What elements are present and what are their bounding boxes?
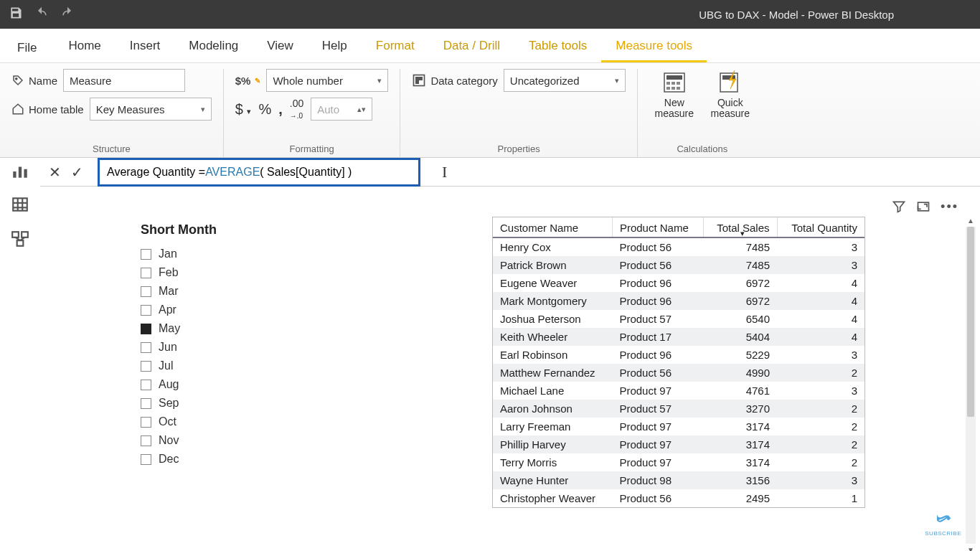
column-header[interactable]: Customer Name <box>493 217 612 237</box>
report-view-icon[interactable] <box>11 162 29 184</box>
tab-view[interactable]: View <box>253 30 308 62</box>
model-view-icon[interactable] <box>11 230 29 251</box>
svg-rect-17 <box>24 169 27 178</box>
checkbox-icon[interactable] <box>141 361 151 372</box>
tab-insert[interactable]: Insert <box>116 30 175 62</box>
commit-formula-icon[interactable]: ✓ <box>71 164 83 181</box>
measure-name-input[interactable] <box>63 69 185 92</box>
table-row[interactable]: Larry FreemanProduct 9731742 <box>493 418 864 435</box>
table-cell: 3156 <box>703 471 777 489</box>
percent-button[interactable]: % <box>258 101 271 118</box>
visual-header-icons: ••• <box>892 199 958 217</box>
scroll-up-icon[interactable]: ▲ <box>966 217 976 225</box>
slicer-short-month[interactable]: Short Month JanFebMarAprMayJunJulAugSepO… <box>141 222 284 468</box>
tab-home[interactable]: Home <box>54 30 115 62</box>
redo-icon[interactable] <box>60 6 75 23</box>
slicer-option[interactable]: Aug <box>141 375 284 394</box>
checkbox-icon[interactable] <box>141 268 151 278</box>
table-row[interactable]: Phillip HarveyProduct 9731742 <box>493 435 864 453</box>
svg-rect-6 <box>666 75 682 80</box>
data-view-icon[interactable] <box>11 195 29 217</box>
checkbox-icon[interactable] <box>141 380 151 390</box>
checkbox-icon[interactable] <box>141 286 151 297</box>
table-row[interactable]: Eugene WeaverProduct 9669724 <box>493 274 864 292</box>
name-label: Name <box>11 74 57 87</box>
decimal-button[interactable]: .00→.0 <box>290 98 303 121</box>
home-table-select[interactable]: Key Measures▾ <box>90 98 212 121</box>
file-tab[interactable]: File <box>0 32 54 62</box>
table-cell: Product 56 <box>612 256 703 274</box>
svg-rect-12 <box>677 87 680 90</box>
text-cursor-icon: I <box>442 163 447 182</box>
checkbox-icon[interactable] <box>141 417 151 428</box>
table-row[interactable]: Christopher WeaverProduct 5624951 <box>493 489 864 507</box>
slicer-option[interactable]: May <box>141 319 284 338</box>
tab-format[interactable]: Format <box>362 30 429 62</box>
table-row[interactable]: Michael LaneProduct 9747613 <box>493 382 864 400</box>
checkbox-icon[interactable] <box>141 342 151 353</box>
checkbox-icon[interactable] <box>141 398 151 409</box>
format-select[interactable]: Whole number▾ <box>266 69 388 92</box>
slicer-option-label: Sep <box>159 397 179 410</box>
table-row[interactable]: Terry MorrisProduct 9731742 <box>493 453 864 471</box>
slicer-option[interactable]: Sep <box>141 394 284 413</box>
slicer-option-label: Jun <box>159 341 177 354</box>
table-row[interactable]: Earl RobinsonProduct 9652293 <box>493 346 864 364</box>
group-calculations: New measure Quick measure Calculations <box>638 69 767 157</box>
report-canvas[interactable]: ••• Short Month JanFebMarAprMayJunJulAug… <box>40 187 980 551</box>
checkbox-icon[interactable] <box>141 454 151 465</box>
undo-icon[interactable] <box>34 6 49 23</box>
column-header[interactable]: Total Sales <box>703 217 777 237</box>
slicer-option[interactable]: Feb <box>141 263 284 282</box>
formula-bar[interactable]: Average Quantity = AVERAGE ( Sales[Quant… <box>98 158 420 187</box>
tab-help[interactable]: Help <box>308 30 362 62</box>
save-icon[interactable] <box>9 6 23 23</box>
table-row[interactable]: Keith WheelerProduct 1754044 <box>493 328 864 346</box>
scrollbar-thumb[interactable] <box>967 227 974 417</box>
table-row[interactable]: Matthew FernandezProduct 5649902 <box>493 364 864 382</box>
checkbox-icon[interactable] <box>141 324 151 334</box>
data-category-select[interactable]: Uncategorized▾ <box>504 69 626 92</box>
table-row[interactable]: Mark MontgomeryProduct 9669724 <box>493 292 864 310</box>
scroll-down-icon[interactable]: ▼ <box>966 546 976 551</box>
tab-modeling[interactable]: Modeling <box>174 30 253 62</box>
quick-measure-button[interactable]: Quick measure <box>705 69 755 120</box>
slicer-option[interactable]: Jun <box>141 338 284 357</box>
checkbox-icon[interactable] <box>141 249 151 260</box>
cancel-formula-icon[interactable]: ✕ <box>49 164 61 181</box>
table-cell: Product 56 <box>612 364 703 382</box>
table-row[interactable]: Joshua PetersonProduct 5765404 <box>493 310 864 328</box>
slicer-option[interactable]: Oct <box>141 413 284 431</box>
slicer-option[interactable]: Nov <box>141 431 284 450</box>
focus-mode-icon[interactable] <box>916 199 930 217</box>
table-cell: 4 <box>777 274 864 292</box>
quick-access-toolbar <box>9 6 75 23</box>
column-header[interactable]: Product Name <box>612 217 703 237</box>
tab-measure-tools[interactable]: Measure tools <box>601 30 707 62</box>
svg-rect-15 <box>13 171 16 178</box>
slicer-option[interactable]: Apr <box>141 301 284 319</box>
slicer-option[interactable]: Jul <box>141 357 284 375</box>
decimal-places-input[interactable]: Auto▴▾ <box>311 98 372 121</box>
slicer-option[interactable]: Dec <box>141 450 284 468</box>
currency-button[interactable]: $ ▾ <box>235 101 252 118</box>
checkbox-icon[interactable] <box>141 435 151 446</box>
vertical-scrollbar[interactable]: ▲ ▼ <box>966 227 976 544</box>
thousands-button[interactable]: , <box>278 101 283 118</box>
tab-data-drill[interactable]: Data / Drill <box>429 30 514 62</box>
table-row[interactable]: Wayne HunterProduct 9831563 <box>493 471 864 489</box>
table-visual[interactable]: Customer NameProduct NameTotal SalesTota… <box>492 217 865 508</box>
table-row[interactable]: Aaron JohnsonProduct 5732702 <box>493 400 864 418</box>
table-row[interactable]: Patrick BrownProduct 5674853 <box>493 256 864 274</box>
checkbox-icon[interactable] <box>141 305 151 316</box>
filter-icon[interactable] <box>892 199 906 217</box>
more-options-icon[interactable]: ••• <box>941 199 958 217</box>
slicer-option[interactable]: Jan <box>141 245 284 263</box>
svg-rect-3 <box>420 77 422 80</box>
slicer-option[interactable]: Mar <box>141 282 284 301</box>
column-header[interactable]: Total Quantity <box>777 217 864 237</box>
tab-table-tools[interactable]: Table tools <box>514 30 601 62</box>
new-measure-button[interactable]: New measure <box>649 69 699 120</box>
table-row[interactable]: Henry CoxProduct 5674853 <box>493 237 864 256</box>
svg-rect-25 <box>17 240 24 246</box>
